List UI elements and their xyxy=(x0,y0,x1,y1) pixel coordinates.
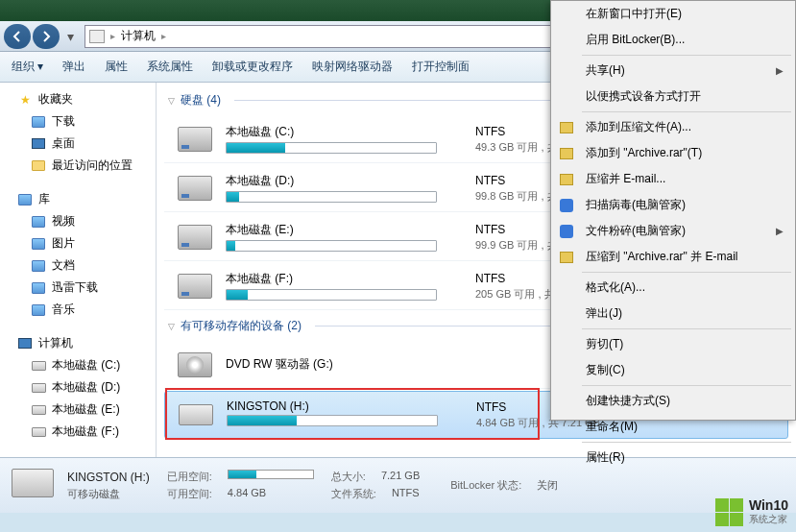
menu-properties[interactable]: 属性(R) xyxy=(551,445,795,471)
videos-node[interactable]: 视频 xyxy=(0,210,156,232)
disk-e-node[interactable]: 本地磁盘 (E:) xyxy=(0,399,156,421)
menu-rename[interactable]: 重命名(M) xyxy=(551,414,795,440)
archive-icon xyxy=(559,120,574,135)
menu-copy[interactable]: 复制(C) xyxy=(551,357,795,383)
archive-icon xyxy=(559,146,574,161)
library-icon xyxy=(17,192,33,207)
dvd-icon xyxy=(176,350,214,380)
status-subtitle: 可移动磁盘 xyxy=(67,487,120,501)
chevron-down-icon: ▽ xyxy=(168,322,175,331)
menu-scan-virus[interactable]: 扫描病毒(电脑管家) xyxy=(551,192,795,218)
hdd-icon xyxy=(176,124,214,155)
drive-icon xyxy=(31,380,46,396)
system-properties-button[interactable]: 系统属性 xyxy=(147,59,193,75)
menu-shred[interactable]: 文件粉碎(电脑管家)▶ xyxy=(551,218,795,244)
menu-compress-rar-email[interactable]: 压缩到 "Archive.rar" 并 E-mail xyxy=(551,244,795,270)
computer-node[interactable]: 计算机 xyxy=(0,332,156,354)
computer-icon xyxy=(89,30,105,43)
forward-button[interactable] xyxy=(33,24,60,49)
recent-node[interactable]: 最近访问的位置 xyxy=(0,155,156,177)
downloads-node[interactable]: 下载 xyxy=(0,110,156,133)
menu-bitlocker[interactable]: 启用 BitLocker(B)... xyxy=(551,27,795,53)
menu-add-archive[interactable]: 添加到压缩文件(A)... xyxy=(551,114,795,140)
chevron-down-icon: ▽ xyxy=(168,96,175,106)
context-menu: 在新窗口中打开(E) 启用 BitLocker(B)... 共享(H)▶ 以便携… xyxy=(550,0,796,421)
usb-drive-icon xyxy=(12,469,56,503)
shield-icon xyxy=(559,224,574,239)
menu-share[interactable]: 共享(H)▶ xyxy=(551,58,795,84)
drive-icon xyxy=(31,402,46,418)
logo-icon xyxy=(715,498,743,526)
disk-d-node[interactable]: 本地磁盘 (D:) xyxy=(0,376,156,399)
disk-f-node[interactable]: 本地磁盘 (F:) xyxy=(0,421,156,443)
hdd-icon xyxy=(176,222,214,253)
disk-c-node[interactable]: 本地磁盘 (C:) xyxy=(0,354,156,376)
menu-compress-email[interactable]: 压缩并 E-mail... xyxy=(551,166,795,192)
drive-icon xyxy=(31,358,46,374)
videos-icon xyxy=(31,214,46,230)
map-drive-button[interactable]: 映射网络驱动器 xyxy=(312,59,393,75)
menu-cut[interactable]: 剪切(T) xyxy=(551,331,795,357)
breadcrumb-separator-icon: ▸ xyxy=(161,31,166,41)
control-panel-button[interactable]: 打开控制面 xyxy=(412,59,470,75)
menu-shortcut[interactable]: 创建快捷方式(S) xyxy=(551,388,795,414)
capacity-bar xyxy=(226,240,437,252)
hdd-icon xyxy=(176,173,214,204)
hdd-icon xyxy=(176,271,214,302)
documents-icon xyxy=(31,258,46,274)
drive-icon xyxy=(31,424,46,440)
capacity-bar xyxy=(226,191,437,203)
archive-icon xyxy=(559,172,574,187)
watermark: Win10 系统之家 xyxy=(715,497,788,526)
pictures-node[interactable]: 图片 xyxy=(0,232,156,254)
music-icon xyxy=(31,302,46,318)
eject-button[interactable]: 弹出 xyxy=(62,59,85,75)
libraries-node[interactable]: 库 xyxy=(0,188,156,210)
menu-open-new-window[interactable]: 在新窗口中打开(E) xyxy=(551,1,795,27)
status-title: KINGSTON (H:) xyxy=(67,471,150,484)
usb-drive-icon xyxy=(177,399,215,430)
organize-menu[interactable]: 组织 ▾ xyxy=(12,59,43,75)
music-node[interactable]: 音乐 xyxy=(0,299,156,321)
uninstall-button[interactable]: 卸载或更改程序 xyxy=(212,59,293,75)
used-space-bar xyxy=(228,470,314,479)
breadcrumb-text: 计算机 xyxy=(121,28,156,44)
desktop-icon xyxy=(31,136,46,152)
submenu-arrow-icon: ▶ xyxy=(776,226,784,236)
desktop-node[interactable]: 桌面 xyxy=(0,133,156,155)
capacity-bar xyxy=(227,415,438,426)
xunlei-node[interactable]: 迅雷下载 xyxy=(0,277,156,299)
menu-format[interactable]: 格式化(A)... xyxy=(551,275,795,301)
favorites-node[interactable]: ★收藏夹 xyxy=(0,88,156,110)
menu-add-archive-rar[interactable]: 添加到 "Archive.rar"(T) xyxy=(551,140,795,166)
pictures-icon xyxy=(31,236,46,252)
submenu-arrow-icon: ▶ xyxy=(776,65,784,76)
folder-icon xyxy=(31,280,46,296)
documents-node[interactable]: 文档 xyxy=(0,254,156,277)
capacity-bar xyxy=(226,142,437,154)
capacity-bar xyxy=(226,289,437,301)
menu-eject[interactable]: 弹出(J) xyxy=(551,301,795,326)
navigation-pane: ★收藏夹 下载 桌面 最近访问的位置 库 视频 图片 文档 迅雷下载 音乐 计算… xyxy=(0,83,157,457)
recent-icon xyxy=(31,158,46,174)
computer-icon xyxy=(17,336,33,351)
folder-icon xyxy=(31,114,46,130)
shield-icon xyxy=(559,198,574,213)
properties-button[interactable]: 属性 xyxy=(105,59,128,75)
back-button[interactable] xyxy=(4,24,31,49)
star-icon: ★ xyxy=(17,92,33,108)
history-dropdown[interactable]: ▾ xyxy=(61,24,79,49)
archive-icon xyxy=(559,250,574,265)
menu-portable[interactable]: 以便携式设备方式打开 xyxy=(551,84,795,109)
breadcrumb-separator-icon: ▸ xyxy=(110,31,115,41)
